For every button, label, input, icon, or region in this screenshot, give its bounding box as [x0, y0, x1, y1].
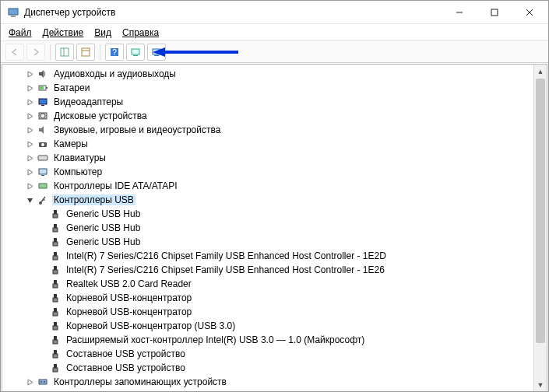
device-label: Generic USB Hub [65, 236, 142, 247]
category-row[interactable]: Видеоадаптеры [10, 95, 547, 109]
device-row[interactable]: Intel(R) 7 Series/C216 Chipset Family US… [10, 263, 547, 277]
device-row[interactable]: Generic USB Hub [10, 221, 547, 235]
menu-action[interactable]: Действие [43, 27, 84, 38]
scroll-thumb[interactable] [536, 79, 545, 343]
chevron-right-icon[interactable] [24, 138, 35, 149]
device-label: Generic USB Hub [65, 222, 142, 233]
svg-rect-51 [54, 336, 57, 340]
svg-rect-45 [54, 294, 57, 298]
svg-rect-44 [53, 284, 58, 288]
svg-point-24 [40, 114, 45, 118]
category-row[interactable]: Батареи [10, 81, 547, 95]
device-row[interactable]: Generic USB Hub [10, 235, 547, 249]
svg-rect-21 [39, 99, 47, 104]
svg-rect-31 [39, 184, 47, 188]
chevron-down-icon[interactable] [24, 194, 35, 205]
svg-rect-38 [53, 242, 58, 246]
device-tree[interactable]: Аудиовходы и аудиовыходыБатареиВидеоадап… [2, 65, 547, 391]
nav-back-button[interactable] [5, 44, 24, 61]
menu-view[interactable]: Вид [94, 27, 111, 38]
usb-plug-icon [49, 222, 62, 234]
scroll-down-button[interactable]: ▼ [534, 378, 547, 391]
device-row[interactable]: Составное USB устройство [10, 361, 547, 375]
maximize-button[interactable] [477, 2, 512, 23]
svg-rect-46 [53, 298, 58, 302]
category-row[interactable]: Клавиатуры [10, 151, 547, 165]
app-icon [7, 6, 19, 19]
category-row[interactable]: Контроллеры USB [10, 193, 547, 207]
svg-rect-1 [11, 16, 16, 17]
category-label: Дисковые устройства [52, 110, 149, 121]
svg-point-26 [41, 143, 44, 146]
category-label: Контроллеры запоминающих устройств [52, 376, 228, 387]
device-row[interactable]: Generic USB Hub [10, 207, 547, 221]
usb-plug-icon [49, 292, 62, 304]
chevron-right-icon[interactable] [24, 110, 35, 121]
category-label: Компьютер [52, 166, 104, 177]
device-label: Корневой USB-концентратор [65, 306, 193, 317]
device-row[interactable]: Корневой USB-концентратор (USB 3.0) [10, 319, 547, 333]
tree-area: Аудиовходы и аудиовыходыБатареиВидеоадап… [2, 64, 547, 392]
category-row[interactable]: Камеры [10, 137, 547, 151]
svg-rect-53 [54, 350, 57, 354]
category-row[interactable]: Контроллеры запоминающих устройств [10, 375, 547, 389]
svg-rect-49 [54, 322, 57, 326]
menu-help[interactable]: Справка [122, 27, 159, 38]
svg-rect-13 [133, 55, 138, 56]
minimize-button[interactable] [442, 2, 477, 23]
svg-rect-29 [39, 169, 47, 174]
category-row[interactable]: Контроллеры IDE ATA/ATAPI [10, 179, 547, 193]
category-row[interactable]: Компьютер [10, 165, 547, 179]
chevron-right-icon[interactable] [24, 124, 35, 135]
chevron-right-icon[interactable] [24, 152, 35, 163]
device-row[interactable]: Intel(R) 7 Series/C216 Chipset Family US… [10, 249, 547, 263]
category-row[interactable]: Аудиовходы и аудиовыходы [10, 67, 547, 81]
svg-rect-22 [41, 105, 44, 106]
device-label: Расширяемый хост-контроллер Intel(R) USB… [65, 334, 366, 345]
chevron-right-icon[interactable] [24, 376, 35, 387]
vertical-scrollbar[interactable]: ▲ ▼ [533, 65, 547, 391]
show-hide-console-tree-button[interactable] [55, 44, 74, 61]
device-row[interactable]: Корневой USB-концентратор [10, 291, 547, 305]
device-row[interactable]: Расширяемый хост-контроллер Intel(R) USB… [10, 333, 547, 347]
menu-file[interactable]: Файл [9, 27, 32, 38]
scan-hardware-button[interactable] [126, 44, 145, 61]
svg-rect-6 [61, 48, 69, 56]
device-label: Generic USB Hub [65, 208, 142, 219]
close-button[interactable] [512, 2, 547, 23]
menu-bar: Файл Действие Вид Справка [1, 24, 548, 41]
svg-rect-0 [9, 9, 18, 15]
device-label: Realtek USB 2.0 Card Reader [65, 278, 193, 289]
svg-rect-35 [54, 224, 57, 228]
chevron-right-icon[interactable] [24, 180, 35, 191]
properties-button[interactable] [76, 44, 95, 61]
device-label: Корневой USB-концентратор (USB 3.0) [65, 320, 237, 331]
device-row[interactable]: Корневой USB-концентратор [10, 305, 547, 319]
category-label: Камеры [52, 138, 90, 149]
svg-rect-48 [53, 312, 58, 316]
device-row[interactable]: Составное USB устройство [10, 347, 547, 361]
device-row[interactable]: Realtek USB 2.0 Card Reader [10, 277, 547, 291]
chevron-right-icon[interactable] [24, 96, 35, 107]
toolbar-separator [100, 44, 100, 60]
device-label: Intel(R) 7 Series/C216 Chipset Family US… [65, 250, 388, 261]
chevron-right-icon[interactable] [24, 68, 35, 79]
svg-rect-20 [40, 86, 44, 89]
category-row[interactable]: Звуковые, игровые и видеоустройства [10, 123, 547, 137]
chevron-right-icon[interactable] [24, 166, 35, 177]
sound-icon [37, 124, 49, 136]
usb-plug-icon [49, 278, 62, 290]
category-label: Батареи [52, 82, 91, 93]
help-button[interactable]: ? [105, 44, 124, 61]
nav-forward-button[interactable] [26, 44, 45, 61]
computer-icon [37, 166, 49, 178]
svg-rect-52 [53, 340, 58, 344]
category-label: Контроллеры IDE ATA/ATAPI [52, 180, 179, 191]
usb-plug-icon [49, 334, 62, 346]
svg-rect-34 [53, 214, 58, 218]
category-row[interactable]: Дисковые устройства [10, 109, 547, 123]
scroll-up-button[interactable]: ▲ [534, 65, 547, 78]
svg-rect-8 [82, 48, 90, 56]
chevron-right-icon[interactable] [24, 82, 35, 93]
battery-icon [37, 82, 49, 94]
